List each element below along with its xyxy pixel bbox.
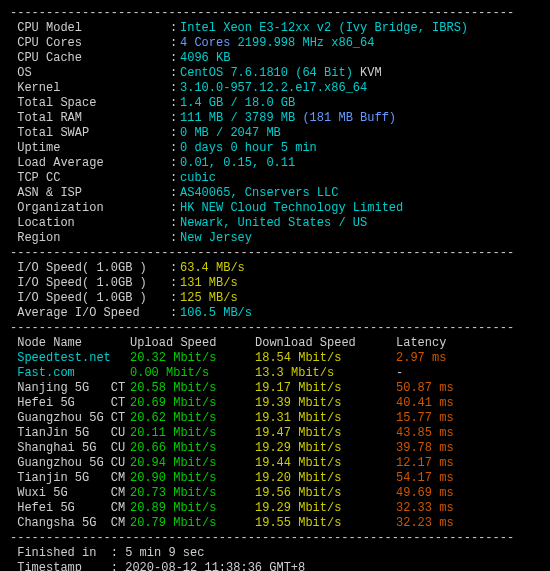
latency: 54.17 ms <box>396 471 540 486</box>
colon: : <box>170 126 180 141</box>
sys-value: New Jersey <box>180 231 540 246</box>
sys-value: Newark, United States / US <box>180 216 540 231</box>
io-row: I/O Speed( 1.0GB ):131 MB/s <box>10 276 540 291</box>
colon: : <box>170 51 180 66</box>
colon: : <box>170 141 180 156</box>
node-name: Wuxi 5G CM <box>10 486 130 501</box>
speed-row: Hefei 5G CT20.69 Mbit/s19.39 Mbit/s40.41… <box>10 396 540 411</box>
download-speed: 19.44 Mbit/s <box>255 456 396 471</box>
colon: : <box>170 306 180 321</box>
divider: ----------------------------------------… <box>10 321 540 336</box>
latency: 12.17 ms <box>396 456 540 471</box>
speed-row: Speedtest.net20.32 Mbit/s18.54 Mbit/s2.9… <box>10 351 540 366</box>
sys-value: 4096 KB <box>180 51 540 66</box>
sys-label: Total Space <box>10 96 170 111</box>
sys-label: CPU Model <box>10 21 170 36</box>
hdr-download: Download Speed <box>255 336 396 351</box>
colon: : <box>170 171 180 186</box>
latency: 40.41 ms <box>396 396 540 411</box>
speed-row: Guangzhou 5G CU20.94 Mbit/s19.44 Mbit/s1… <box>10 456 540 471</box>
upload-speed: 20.73 Mbit/s <box>130 486 255 501</box>
colon: : <box>170 201 180 216</box>
hdr-node: Node Name <box>10 336 130 351</box>
io-value: 106.5 MB/s <box>180 306 540 321</box>
sys-row: Kernel:3.10.0-957.12.2.el7.x86_64 <box>10 81 540 96</box>
finished-line: Finished in : 5 min 9 sec <box>10 546 540 561</box>
sys-value: 1.4 GB / 18.0 GB <box>180 96 540 111</box>
latency: 2.97 ms <box>396 351 540 366</box>
node-name: Tianjin 5G CM <box>10 471 130 486</box>
speed-row: Guangzhou 5G CT20.62 Mbit/s19.31 Mbit/s1… <box>10 411 540 426</box>
upload-speed: 20.11 Mbit/s <box>130 426 255 441</box>
speed-row: Shanghai 5G CU20.66 Mbit/s19.29 Mbit/s39… <box>10 441 540 456</box>
latency: 32.33 ms <box>396 501 540 516</box>
download-speed: 19.56 Mbit/s <box>255 486 396 501</box>
sys-label: Region <box>10 231 170 246</box>
download-speed: 19.29 Mbit/s <box>255 501 396 516</box>
speed-row: TianJin 5G CU20.11 Mbit/s19.47 Mbit/s43.… <box>10 426 540 441</box>
sys-label: Organization <box>10 201 170 216</box>
io-label: I/O Speed( 1.0GB ) <box>10 276 170 291</box>
io-value: 131 MB/s <box>180 276 540 291</box>
sys-label: Total SWAP <box>10 126 170 141</box>
sys-label: Load Average <box>10 156 170 171</box>
upload-speed: 20.66 Mbit/s <box>130 441 255 456</box>
sys-label: TCP CC <box>10 171 170 186</box>
upload-speed: 20.58 Mbit/s <box>130 381 255 396</box>
sys-label: Kernel <box>10 81 170 96</box>
sys-row: Load Average:0.01, 0.15, 0.11 <box>10 156 540 171</box>
sys-value: Intel Xeon E3-12xx v2 (Ivy Bridge, IBRS) <box>180 21 540 36</box>
node-name: Speedtest.net <box>10 351 130 366</box>
download-speed: 19.31 Mbit/s <box>255 411 396 426</box>
download-speed: 19.47 Mbit/s <box>255 426 396 441</box>
sys-value: 4 Cores 2199.998 MHz x86_64 <box>180 36 540 51</box>
colon: : <box>170 156 180 171</box>
speed-row: Tianjin 5G CM20.90 Mbit/s19.20 Mbit/s54.… <box>10 471 540 486</box>
node-name: Nanjing 5G CT <box>10 381 130 396</box>
upload-speed: 20.89 Mbit/s <box>130 501 255 516</box>
sys-label: CPU Cores <box>10 36 170 51</box>
upload-speed: 20.79 Mbit/s <box>130 516 255 531</box>
speedtest-header: Node Name Upload Speed Download Speed La… <box>10 336 540 351</box>
sys-label: CPU Cache <box>10 51 170 66</box>
io-row: I/O Speed( 1.0GB ):63.4 MB/s <box>10 261 540 276</box>
upload-speed: 20.32 Mbit/s <box>130 351 255 366</box>
node-name: Fast.com <box>10 366 130 381</box>
io-row: Average I/O Speed:106.5 MB/s <box>10 306 540 321</box>
sys-label: Location <box>10 216 170 231</box>
download-speed: 13.3 Mbit/s <box>255 366 396 381</box>
sys-value: HK NEW Cloud Technology Limited <box>180 201 540 216</box>
divider: ----------------------------------------… <box>10 246 540 261</box>
io-row: I/O Speed( 1.0GB ):125 MB/s <box>10 291 540 306</box>
speed-row: Hefei 5G CM20.89 Mbit/s19.29 Mbit/s32.33… <box>10 501 540 516</box>
node-name: TianJin 5G CU <box>10 426 130 441</box>
io-label: Average I/O Speed <box>10 306 170 321</box>
latency: 15.77 ms <box>396 411 540 426</box>
hdr-latency: Latency <box>396 336 540 351</box>
sys-row: Total RAM:111 MB / 3789 MB (181 MB Buff) <box>10 111 540 126</box>
io-value: 125 MB/s <box>180 291 540 306</box>
hdr-upload: Upload Speed <box>130 336 255 351</box>
node-name: Guangzhou 5G CT <box>10 411 130 426</box>
upload-speed: 20.94 Mbit/s <box>130 456 255 471</box>
sys-label: OS <box>10 66 170 81</box>
sys-row: Uptime:0 days 0 hour 5 min <box>10 141 540 156</box>
download-speed: 19.20 Mbit/s <box>255 471 396 486</box>
sys-row: Organization:HK NEW Cloud Technology Lim… <box>10 201 540 216</box>
io-value: 63.4 MB/s <box>180 261 540 276</box>
node-name: Changsha 5G CM <box>10 516 130 531</box>
download-speed: 19.17 Mbit/s <box>255 381 396 396</box>
sys-row: CPU Cache:4096 KB <box>10 51 540 66</box>
sys-label: Uptime <box>10 141 170 156</box>
download-speed: 19.29 Mbit/s <box>255 441 396 456</box>
divider: ----------------------------------------… <box>10 6 540 21</box>
sys-value: 3.10.0-957.12.2.el7.x86_64 <box>180 81 540 96</box>
node-name: Guangzhou 5G CU <box>10 456 130 471</box>
sys-value: cubic <box>180 171 540 186</box>
latency: 32.23 ms <box>396 516 540 531</box>
speed-row: Fast.com0.00 Mbit/s13.3 Mbit/s- <box>10 366 540 381</box>
colon: : <box>170 81 180 96</box>
sys-row: TCP CC:cubic <box>10 171 540 186</box>
node-name: Hefei 5G CM <box>10 501 130 516</box>
sys-row: Total SWAP:0 MB / 2047 MB <box>10 126 540 141</box>
